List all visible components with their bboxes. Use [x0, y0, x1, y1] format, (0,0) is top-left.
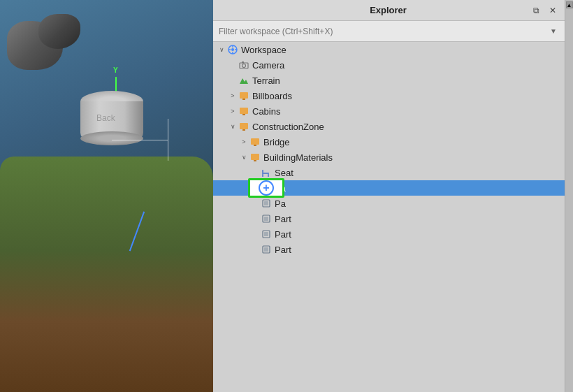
header-icons: ⧉ ✕: [530, 4, 559, 17]
billboards-toggle[interactable]: [227, 90, 238, 101]
cabins-label: Cabins: [252, 106, 280, 117]
tree-item-workspace[interactable]: Workspace: [213, 42, 565, 57]
tree-item-buildingmaterials[interactable]: BuildingMaterials: [213, 150, 565, 165]
plus-circle-icon[interactable]: +: [259, 180, 274, 196]
svg-rect-21: [262, 174, 263, 177]
tree-item-part5[interactable]: Part: [213, 242, 565, 257]
svg-rect-27: [264, 201, 268, 205]
tree-area: Explorer ⧉ ✕ ▼: [213, 0, 565, 392]
filter-dropdown-button[interactable]: ▼: [548, 26, 559, 37]
svg-rect-19: [254, 160, 256, 161]
svg-rect-11: [242, 99, 245, 100]
tree-item-camera[interactable]: Camera: [213, 57, 565, 73]
3d-viewport[interactable]: Y Back: [0, 0, 213, 392]
tree-item-part3[interactable]: Part: [213, 211, 565, 226]
viewport-panel: Y Back: [0, 0, 213, 392]
svg-rect-14: [240, 123, 248, 129]
svg-rect-16: [251, 138, 259, 145]
svg-rect-15: [242, 129, 245, 131]
svg-rect-20: [262, 173, 269, 174]
billboards-icon: [238, 90, 249, 101]
svg-rect-8: [242, 61, 244, 64]
terrain-ground: [0, 157, 213, 392]
constructionzone-label: ConstructionZone: [252, 122, 324, 132]
svg-rect-31: [264, 232, 268, 236]
part2-icon: [261, 198, 272, 209]
svg-rect-12: [240, 108, 248, 114]
svg-rect-18: [251, 154, 259, 160]
workspace-toggle[interactable]: [216, 44, 227, 55]
part5-label: Part: [275, 245, 291, 255]
svg-rect-17: [254, 145, 256, 146]
tree-item-cabins[interactable]: Cabins: [213, 103, 565, 119]
back-label: Back: [96, 113, 115, 123]
tree-item-part4[interactable]: Part: [213, 226, 565, 242]
svg-point-1: [231, 48, 234, 51]
tree-content[interactable]: Workspace Camera: [213, 42, 565, 392]
workspace-label: Workspace: [241, 45, 286, 55]
explorer-panel: Explorer ⧉ ✕ ▼: [213, 0, 573, 392]
frame-line-vertical: [168, 119, 168, 161]
buildingmaterials-icon: [249, 152, 261, 163]
explorer-header: Explorer ⧉ ✕: [213, 0, 565, 21]
billboards-label: Billboards: [252, 91, 292, 101]
bridge-toggle[interactable]: [238, 136, 249, 147]
part3-label: Part: [275, 214, 291, 224]
tree-item-terrain[interactable]: Terrain: [213, 73, 565, 88]
cabins-toggle[interactable]: [227, 106, 238, 117]
rock-2: [38, 14, 80, 49]
filter-input[interactable]: [219, 27, 548, 36]
axis-y-label: Y: [113, 66, 118, 74]
cylinder-bottom: [80, 131, 143, 145]
svg-rect-29: [264, 217, 268, 221]
constructionzone-icon: [238, 121, 249, 132]
scrollbar-track[interactable]: ▲: [565, 0, 573, 392]
buildingmaterials-toggle[interactable]: [238, 152, 249, 163]
part4-label: Part: [275, 229, 291, 240]
seat-label: Seat: [275, 168, 293, 178]
close-button[interactable]: ✕: [546, 4, 559, 17]
tree-item-part1[interactable]: Pa +: [213, 180, 565, 196]
terrain-label: Terrain: [252, 75, 280, 86]
scrollbar-up-button[interactable]: ▲: [566, 1, 573, 8]
svg-point-7: [242, 64, 246, 68]
svg-marker-9: [240, 78, 248, 84]
terrain-icon: [238, 75, 249, 86]
bridge-label: Bridge: [263, 137, 290, 147]
part2-label: Pa: [275, 198, 286, 209]
bridge-icon: [249, 136, 261, 147]
cabins-icon: [238, 106, 249, 117]
seat-icon: [261, 167, 272, 178]
svg-rect-23: [262, 170, 263, 173]
svg-rect-10: [240, 92, 248, 99]
add-button-overlay[interactable]: +: [248, 178, 284, 198]
workspace-icon: [227, 44, 238, 55]
constructionzone-toggle[interactable]: [227, 121, 238, 132]
tree-item-constructionzone[interactable]: ConstructionZone: [213, 119, 565, 134]
part4-icon: [261, 228, 272, 240]
buildingmaterials-label: BuildingMaterials: [263, 152, 333, 163]
svg-rect-33: [264, 247, 268, 252]
svg-rect-22: [268, 174, 269, 177]
tree-item-part2[interactable]: Pa: [213, 196, 565, 211]
camera-icon: [238, 59, 249, 71]
frame-line-horizontal: [112, 140, 168, 140]
part5-icon: [261, 244, 272, 255]
explorer-title: Explorer: [247, 5, 530, 15]
camera-label: Camera: [252, 60, 284, 71]
filter-bar: ▼: [213, 21, 565, 42]
part3-icon: [261, 213, 272, 224]
svg-rect-13: [242, 114, 245, 115]
tree-item-billboards[interactable]: Billboards: [213, 88, 565, 103]
tree-item-bridge[interactable]: Bridge: [213, 134, 565, 150]
dock-button[interactable]: ⧉: [530, 4, 542, 17]
